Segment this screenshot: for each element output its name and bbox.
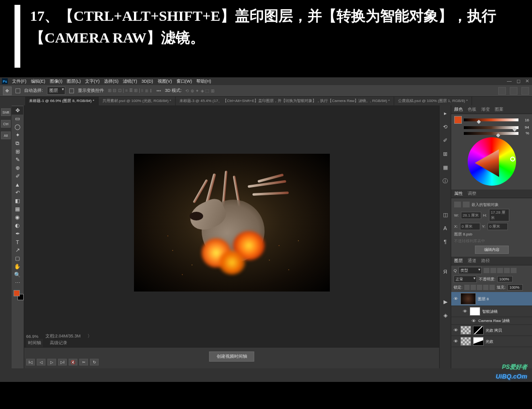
menu-image[interactable]: 图像(I) — [50, 78, 63, 85]
heal-tool[interactable]: ⊕ — [12, 164, 23, 172]
edit-contents-button[interactable]: 编辑内容 — [475, 246, 509, 254]
h-input[interactable]: 17.28 厘米 — [489, 209, 509, 221]
menu-help[interactable]: 帮助(H) — [196, 78, 211, 85]
tab-2[interactable]: 共用素材.psd @ 100% (光效, RGB/8#) * — [99, 97, 176, 105]
filter-type-icon[interactable] — [497, 268, 503, 273]
character-icon[interactable]: A — [442, 224, 449, 232]
filter-shape-icon[interactable] — [504, 268, 510, 273]
layer-thumbnail[interactable] — [460, 293, 476, 305]
lock-pos-icon[interactable] — [477, 285, 482, 290]
filter-mask-thumbnail[interactable] — [470, 307, 480, 316]
visibility-icon[interactable]: 👁 — [462, 309, 468, 314]
layer-name[interactable]: 图层 8 — [478, 296, 489, 302]
menu-3d[interactable]: 3D(D) — [142, 79, 153, 84]
tl-mute-icon[interactable]: 🔇 — [69, 359, 77, 365]
layer-row[interactable]: 👁 Camera Raw 滤镜 — [451, 317, 532, 325]
maximize-icon[interactable]: ◻ — [517, 78, 520, 84]
menu-view[interactable]: 视图(V) — [158, 78, 172, 85]
mask-thumbnail[interactable] — [473, 337, 484, 346]
tl-play-icon[interactable]: ▷ — [47, 359, 56, 365]
pen-tool[interactable]: ✒ — [12, 230, 23, 238]
opacity-input[interactable]: 100% — [497, 276, 513, 282]
history-icon[interactable]: ⟲ — [442, 123, 449, 131]
shift-button[interactable]: Shift — [1, 108, 11, 116]
workspace-icon[interactable] — [510, 87, 517, 95]
menu-layer[interactable]: 图层(L) — [67, 78, 81, 85]
layer-row[interactable]: 👁 智能滤镜 — [451, 306, 532, 317]
sat-slider[interactable] — [464, 126, 518, 129]
lock-pixel-icon[interactable] — [471, 285, 476, 290]
layer-thumbnail[interactable] — [460, 326, 471, 335]
zoom-level[interactable]: 66.9% — [26, 334, 39, 339]
lasso-tool[interactable]: ◯ — [12, 123, 23, 131]
clone-source-icon[interactable]: ▦ — [442, 163, 449, 171]
filter-smart-icon[interactable] — [511, 268, 517, 273]
channels-tab[interactable]: 通道 — [468, 258, 476, 264]
menu-file[interactable]: 文件(F) — [12, 78, 27, 85]
lock-trans-icon[interactable] — [464, 285, 470, 290]
tab-3[interactable]: 未标题-3 @ 45.4% (17、 【Ctrl+Alt+Shift+E】盖印图… — [176, 97, 394, 105]
dodge-tool[interactable]: ◐ — [12, 221, 23, 230]
navigator-icon[interactable]: ◈ — [442, 311, 449, 319]
blend-mode-dropdown[interactable]: 正常 — [454, 276, 477, 283]
auto-select-checkbox[interactable] — [15, 88, 20, 93]
tl-cut-icon[interactable]: ✂ — [79, 359, 88, 365]
show-transform-checkbox[interactable] — [69, 88, 74, 93]
color-triangle[interactable] — [473, 142, 511, 180]
edit-toolbar[interactable]: ⋯ — [12, 279, 23, 287]
ctrl-button[interactable]: Ctrl — [1, 120, 11, 128]
actions-icon[interactable]: ▶ — [442, 298, 449, 306]
path-tool[interactable]: ↗ — [12, 246, 23, 254]
x-input[interactable]: 0 厘米 — [460, 223, 480, 230]
share-icon[interactable] — [521, 87, 529, 95]
gradients-tab[interactable]: 渐变 — [481, 106, 490, 113]
lock-all-icon[interactable] — [489, 285, 495, 290]
properties-tab[interactable]: 属性 — [454, 190, 463, 197]
close-icon[interactable]: ✕ — [525, 78, 529, 84]
paths-tab[interactable]: 路径 — [481, 258, 490, 264]
tab-1[interactable]: 未标题-1 @ 66.9% (图层 8, RGB/8#) * — [25, 97, 99, 105]
expand-icon[interactable]: ▸ — [442, 109, 449, 117]
lock-nest-icon[interactable] — [483, 285, 488, 290]
menu-window[interactable]: 窗口(W) — [177, 78, 192, 85]
y-input[interactable]: 0 厘米 — [488, 223, 508, 230]
search-icon[interactable] — [498, 87, 506, 95]
menu-edit[interactable]: 编辑(E) — [31, 78, 45, 85]
blur-tool[interactable]: ◉ — [12, 213, 23, 221]
filter-kind-dropdown[interactable]: 类型 — [458, 267, 482, 274]
visibility-icon[interactable]: 👁 — [453, 296, 458, 301]
crop-tool[interactable]: ⧉ — [12, 139, 23, 147]
color-wheel[interactable] — [468, 137, 516, 186]
glyphs-icon[interactable]: Я — [442, 268, 449, 276]
visibility-icon[interactable]: 👁 — [453, 339, 458, 344]
visibility-icon[interactable]: 👁 — [471, 319, 476, 323]
menu-type[interactable]: 文字(Y) — [85, 78, 100, 85]
gradient-tool[interactable]: ▦ — [12, 205, 23, 213]
color-swatch[interactable] — [14, 290, 22, 299]
adjustments-tab[interactable]: 调整 — [468, 190, 476, 197]
layer-row[interactable]: 👁 光效 — [451, 336, 532, 347]
w-input[interactable]: 28.1 厘米 — [461, 212, 481, 219]
libraries-icon[interactable]: ◫ — [442, 211, 449, 219]
move-tool-indicator[interactable]: ✥ — [3, 87, 12, 95]
layer-name[interactable]: 光效 — [486, 339, 493, 344]
menu-select[interactable]: 选择(S) — [104, 78, 118, 85]
type-tool[interactable]: T — [12, 238, 23, 246]
visibility-icon[interactable]: 👁 — [453, 328, 458, 333]
alt-button[interactable]: Alt — [1, 131, 11, 139]
wheel-handle[interactable] — [510, 157, 515, 161]
bri-slider[interactable] — [464, 132, 518, 135]
history-brush-tool[interactable]: ↶ — [12, 189, 23, 197]
tab-4[interactable]: 公鹿底稿.psd @ 100% (图层 1, RGB/8) * — [394, 97, 472, 105]
mask-thumbnail[interactable] — [473, 326, 484, 335]
minimize-icon[interactable]: — — [507, 78, 512, 84]
layer-name[interactable]: 光效 拷贝 — [486, 328, 502, 333]
layer-row[interactable]: 👁 图层 8 — [451, 292, 532, 306]
patterns-tab[interactable]: 图案 — [495, 106, 503, 113]
fill-input[interactable]: 100% — [507, 284, 523, 291]
layers-tab[interactable]: 图层 — [454, 258, 463, 264]
create-timeline-button[interactable]: 创建视频时间轴 — [209, 351, 254, 362]
history-tab[interactable]: 高级记录 — [48, 339, 69, 347]
color-tab[interactable]: 颜色 — [454, 106, 463, 113]
info-icon[interactable]: ⓘ — [442, 177, 449, 185]
